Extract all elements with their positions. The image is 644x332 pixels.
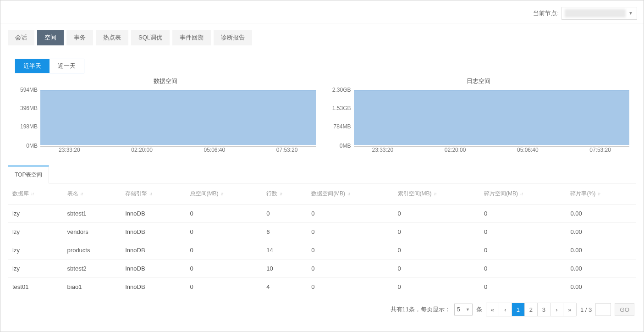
col-index-space[interactable]: 索引空间(MB)↓↑ (393, 183, 479, 205)
chart-log-space: 日志空间 2.30GB 1.53GB 784MB 0MB 23:33:20 (328, 77, 630, 157)
sort-icon: ↓↑ (434, 191, 436, 196)
tab-diagnosis-report[interactable]: 诊断报告 (214, 30, 252, 45)
x-tick: 07:53:20 (276, 147, 298, 157)
cell-engine: InnoDB (121, 260, 185, 278)
cell-total: 0 (186, 241, 262, 260)
range-half-day[interactable]: 近半天 (15, 59, 50, 73)
page-goto-input[interactable] (595, 303, 611, 316)
cell-rows: 6 (262, 223, 307, 241)
col-rows[interactable]: 行数↓↑ (262, 183, 307, 205)
cell-db: lzy (8, 260, 63, 278)
page-list: « ‹ 1 2 3 › » (486, 303, 577, 316)
y-axis: 2.30GB 1.53GB 784MB 0MB (328, 88, 354, 157)
page-last[interactable]: » (563, 303, 576, 316)
x-tick: 07:53:20 (589, 147, 611, 157)
page-first[interactable]: « (486, 303, 499, 316)
page-prev[interactable]: ‹ (499, 303, 512, 316)
col-label: 数据库 (12, 190, 29, 197)
cell-idx: 0 (393, 241, 479, 260)
page-number[interactable]: 2 (525, 303, 538, 316)
cell-idx: 0 (393, 260, 479, 278)
sort-icon: ↓↑ (31, 191, 33, 196)
chevron-down-icon: ▼ (466, 307, 470, 312)
col-table[interactable]: 表名↓↑ (63, 183, 121, 205)
tab-hot-table[interactable]: 热点表 (96, 30, 128, 45)
sort-icon: ↓↑ (520, 191, 523, 196)
tab-session[interactable]: 会话 (8, 30, 34, 45)
table-row[interactable]: lzysbtest1InnoDB000000.00 (8, 205, 636, 223)
col-label: 存储引擎 (125, 190, 147, 197)
node-select[interactable]: ▼ (561, 7, 637, 20)
col-db[interactable]: 数据库↓↑ (8, 183, 63, 205)
y-tick: 784MB (333, 123, 351, 130)
col-frag-space[interactable]: 碎片空间(MB)↓↑ (479, 183, 566, 205)
nav-tabs: 会话 空间 事务 热点表 SQL调优 事件回溯 诊断报告 (0, 23, 644, 52)
cell-table: biao1 (63, 278, 121, 296)
table-row[interactable]: test01biao1InnoDB040000.00 (8, 278, 636, 296)
pager-text: 条，每页显示： (409, 306, 451, 313)
sort-icon: ↓↑ (80, 191, 83, 196)
cell-frag: 0 (479, 205, 566, 223)
page-next[interactable]: › (550, 303, 563, 316)
sort-icon: ↓↑ (149, 191, 152, 196)
cell-frag: 0 (479, 260, 566, 278)
table-row[interactable]: lzysbtest2InnoDB0100000.00 (8, 260, 636, 278)
chart-title: 日志空间 (328, 77, 630, 85)
page-number[interactable]: 1 (512, 303, 525, 316)
cell-data: 0 (307, 241, 393, 260)
range-one-day[interactable]: 近一天 (50, 59, 84, 73)
tab-transaction[interactable]: 事务 (66, 30, 93, 45)
chart-title: 数据空间 (15, 77, 316, 85)
page-number[interactable]: 3 (538, 303, 550, 316)
x-tick: 23:33:20 (59, 147, 80, 157)
cell-rate: 0.00 (566, 278, 636, 296)
plot-area[interactable]: 23:33:20 02:20:00 05:06:40 07:53:20 (354, 88, 630, 157)
cell-table: sbtest2 (63, 260, 121, 278)
sort-icon: ↓↑ (220, 191, 223, 196)
y-tick: 0MB (26, 143, 38, 149)
cell-data: 0 (307, 278, 393, 296)
tab-space[interactable]: 空间 (37, 30, 64, 45)
pager-unit: 条 (476, 305, 482, 314)
cell-table: sbtest1 (63, 205, 121, 223)
node-select-value (565, 9, 626, 17)
cell-rate: 0.00 (566, 260, 636, 278)
sort-icon: ↓↑ (279, 191, 282, 196)
cell-db: lzy (8, 223, 63, 241)
tab-sql-tuning[interactable]: SQL调优 (131, 30, 170, 45)
time-range-toggle: 近半天 近一天 (15, 59, 84, 73)
area-fill (40, 90, 316, 145)
page-go-button[interactable]: GO (615, 303, 634, 316)
chart-panel: 近半天 近一天 数据空间 594MB 396MB 198MB 0MB (8, 52, 636, 158)
cell-db: test01 (8, 278, 63, 296)
cell-rate: 0.00 (566, 241, 636, 260)
x-tick: 05:06:40 (517, 147, 539, 157)
col-engine[interactable]: 存储引擎↓↑ (121, 183, 185, 205)
cell-frag: 0 (479, 223, 566, 241)
table-header-row: 数据库↓↑ 表名↓↑ 存储引擎↓↑ 总空间(MB)↓↑ 行数↓↑ 数据空间(MB… (8, 183, 636, 205)
cell-total: 0 (186, 205, 262, 223)
pager: 共有11条，每页显示： 5 ▼ 条 « ‹ 1 2 3 › » 1 / 3 GO (0, 296, 644, 323)
cell-engine: InnoDB (121, 205, 185, 223)
table-row[interactable]: lzyproductsInnoDB0140000.00 (8, 241, 636, 260)
pager-text: 共有 (391, 306, 402, 313)
page-size-select[interactable]: 5 ▼ (454, 304, 473, 315)
area-fill (354, 90, 630, 145)
table-top-space: 数据库↓↑ 表名↓↑ 存储引擎↓↑ 总空间(MB)↓↑ 行数↓↑ 数据空间(MB… (8, 183, 636, 296)
chart-body: 2.30GB 1.53GB 784MB 0MB 23:33:20 02:20:0… (328, 88, 630, 157)
cell-db: lzy (8, 205, 63, 223)
table-row[interactable]: lzyvendorsInnoDB060000.00 (8, 223, 636, 241)
pager-summary: 共有11条，每页显示： (391, 305, 451, 314)
col-data-space[interactable]: 数据空间(MB)↓↑ (307, 183, 393, 205)
y-tick: 396MB (20, 105, 38, 111)
cell-engine: InnoDB (121, 223, 185, 241)
col-label: 表名 (67, 190, 78, 197)
chart-body: 594MB 396MB 198MB 0MB 23:33:20 02:20:00 … (15, 88, 316, 157)
cell-engine: InnoDB (121, 278, 185, 296)
col-total-space[interactable]: 总空间(MB)↓↑ (186, 183, 262, 205)
col-frag-rate[interactable]: 碎片率(%)↓↑ (566, 183, 636, 205)
tab-top-table-space[interactable]: TOP表空间 (8, 166, 49, 183)
charts-container: 数据空间 594MB 396MB 198MB 0MB 23:33:20 (15, 77, 629, 157)
plot-area[interactable]: 23:33:20 02:20:00 05:06:40 07:53:20 (40, 88, 316, 157)
tab-event-trace[interactable]: 事件回溯 (172, 30, 211, 45)
